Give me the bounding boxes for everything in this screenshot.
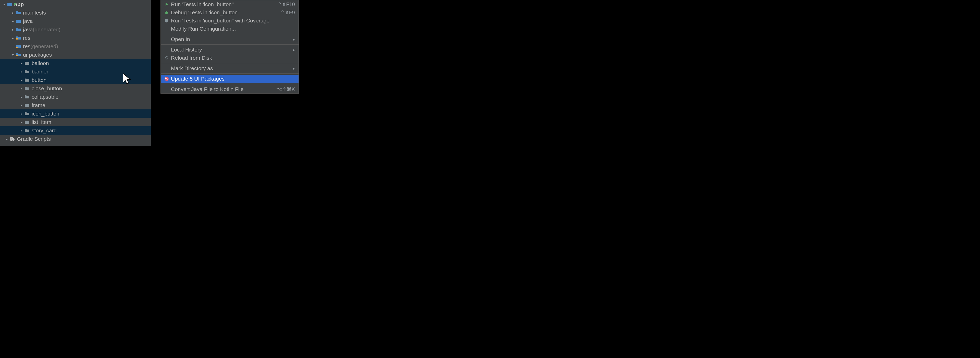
tree-item-label: icon_button [32, 111, 59, 117]
menu-item-mark-directory-as[interactable]: Mark Directory as ▸ [161, 64, 299, 73]
chevron-right-icon[interactable]: ▸ [19, 86, 24, 90]
menu-item-shortcut: ⌃⇧F9 [280, 10, 295, 16]
chevron-right-icon[interactable]: ▸ [19, 61, 24, 65]
tree-item-label: Gradle Scripts [17, 136, 51, 142]
tree-item-label: story_card [32, 127, 57, 134]
tree-item-frame[interactable]: ▸ frame [0, 101, 151, 109]
chevron-right-icon[interactable]: ▸ [19, 128, 24, 133]
chevron-right-icon[interactable]: ▸ [19, 78, 24, 82]
resource-folder-icon [15, 43, 21, 49]
submenu-arrow-icon: ▸ [293, 48, 295, 52]
tree-item-gradle-scripts[interactable]: ▸ 🐘 Gradle Scripts [0, 135, 151, 143]
tree-item-story-card[interactable]: ▸ story_card [0, 126, 151, 135]
chevron-right-icon[interactable]: ▸ [4, 137, 9, 141]
svg-point-5 [165, 78, 167, 79]
menu-item-label: Reload from Disk [170, 55, 295, 61]
menu-item-debug-tests[interactable]: Debug 'Tests in 'icon_button'' ⌃⇧F9 [161, 8, 299, 17]
folder-icon [24, 86, 30, 92]
generated-folder-icon [15, 27, 21, 33]
chevron-right-icon[interactable]: ▸ [10, 27, 15, 32]
tree-item-java-generated[interactable]: ▸ java (generated) [0, 25, 151, 34]
menu-separator [161, 34, 299, 34]
tree-item-banner[interactable]: ▸ banner [0, 67, 151, 76]
tree-item-res[interactable]: ▸ res [0, 34, 151, 42]
chevron-right-icon[interactable]: ▸ [10, 19, 15, 23]
menu-item-convert-java-to-kotlin[interactable]: Convert Java File to Kotlin File ⌥⇧⌘K [161, 85, 299, 93]
tree-item-ui-packages[interactable]: ▾ ui-packages [0, 51, 151, 59]
folder-icon [24, 119, 30, 125]
tree-item-label: balloon [32, 60, 49, 66]
tree-item-list-item[interactable]: ▸ list_item [0, 118, 151, 126]
menu-item-label: Run 'Tests in 'icon_button'' [170, 1, 278, 7]
menu-item-label: Convert Java File to Kotlin File [170, 86, 276, 92]
menu-separator [161, 73, 299, 74]
chevron-right-icon[interactable]: ▸ [19, 112, 24, 116]
menu-item-label: Modify Run Configuration... [170, 26, 295, 32]
menu-item-label: Open In [170, 36, 293, 42]
folder-icon [24, 111, 30, 117]
menu-item-run-coverage[interactable]: Run 'Tests in 'icon_button'' with Covera… [161, 17, 299, 25]
tree-item-label: java [23, 18, 33, 24]
run-icon [163, 3, 170, 6]
tree-item-icon-button[interactable]: ▸ icon_button [0, 109, 151, 118]
menu-item-label: Update 5 UI Packages [170, 76, 295, 82]
menu-item-modify-run-config[interactable]: Modify Run Configuration... [161, 25, 299, 33]
menu-item-shortcut: ⌥⇧⌘K [276, 86, 295, 92]
chevron-right-icon[interactable]: ▸ [19, 95, 24, 99]
menu-item-shortcut: ⌃⇧F10 [278, 1, 295, 7]
tree-item-suffix: (generated) [33, 27, 61, 33]
folder-icon [24, 68, 30, 75]
tree-item-label: manifests [23, 10, 46, 16]
folder-icon [24, 102, 30, 108]
tree-item-java[interactable]: ▸ java [0, 17, 151, 25]
menu-item-run-tests[interactable]: Run 'Tests in 'icon_button'' ⌃⇧F10 [161, 0, 299, 8]
chevron-right-icon[interactable]: ▸ [10, 36, 15, 40]
folder-icon [15, 18, 21, 24]
svg-rect-1 [16, 47, 18, 48]
tree-item-button[interactable]: ▸ button [0, 76, 151, 84]
menu-item-open-in[interactable]: Open In ▸ [161, 35, 299, 43]
tree-item-label: close_button [32, 86, 62, 92]
tree-item-label: banner [32, 68, 48, 75]
tree-item-close-button[interactable]: ▸ close_button [0, 84, 151, 93]
menu-item-label: Local History [170, 47, 293, 53]
tree-item-collapsable[interactable]: ▸ collapsable [0, 93, 151, 101]
chevron-right-icon[interactable]: ▸ [19, 70, 24, 74]
chevron-down-icon[interactable]: ▾ [2, 2, 6, 6]
svg-point-4 [165, 77, 169, 81]
context-menu: Run 'Tests in 'icon_button'' ⌃⇧F10 Debug… [161, 0, 299, 93]
svg-point-3 [165, 11, 168, 14]
module-folder-icon [6, 1, 13, 7]
tree-item-res-generated[interactable]: res (generated) [0, 42, 151, 51]
menu-item-label: Run 'Tests in 'icon_button'' with Covera… [170, 17, 295, 24]
tree-item-suffix: (generated) [30, 43, 58, 49]
tree-item-label: list_item [32, 119, 51, 125]
submenu-arrow-icon: ▸ [293, 37, 295, 42]
tree-item-label: res [23, 43, 30, 49]
menu-item-local-history[interactable]: Local History ▸ [161, 46, 299, 54]
menu-item-update-ui-packages[interactable]: Update 5 UI Packages [161, 75, 299, 83]
tree-item-label: java [23, 27, 33, 33]
tree-item-label: collapsable [32, 94, 59, 100]
folder-icon [24, 94, 30, 100]
folder-icon [24, 77, 30, 83]
tree-item-app[interactable]: ▾ app [0, 0, 151, 8]
resource-folder-icon [15, 52, 21, 58]
chevron-right-icon[interactable]: ▸ [19, 103, 24, 107]
tree-item-manifests[interactable]: ▸ manifests [0, 8, 151, 17]
chevron-right-icon[interactable]: ▸ [19, 120, 24, 124]
chevron-down-icon[interactable]: ▾ [10, 53, 15, 57]
relay-icon [163, 76, 170, 81]
svg-rect-0 [16, 38, 18, 40]
menu-item-reload-from-disk[interactable]: Reload from Disk [161, 54, 299, 62]
coverage-icon [163, 19, 170, 23]
submenu-arrow-icon: ▸ [293, 66, 295, 71]
tree-item-label: frame [32, 102, 45, 108]
chevron-right-icon[interactable]: ▸ [10, 11, 15, 15]
project-tree[interactable]: ▾ app ▸ manifests ▸ java ▸ java (generat… [0, 0, 151, 146]
tree-item-balloon[interactable]: ▸ balloon [0, 59, 151, 67]
debug-icon [163, 11, 170, 14]
resource-folder-icon [15, 35, 21, 41]
gradle-icon: 🐘 [9, 136, 15, 142]
svg-rect-2 [16, 55, 18, 56]
